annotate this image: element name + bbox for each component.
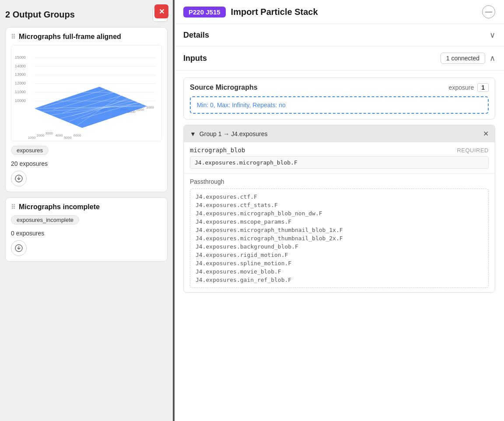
card-2-count: 0 exposures (11, 230, 162, 237)
download-icon-1 (15, 175, 23, 182)
svg-text:5000: 5000 (64, 136, 72, 140)
close-button[interactable]: ✕ (154, 4, 168, 18)
constraint-box: Min: 0, Max: Infinity, Repeats: no (190, 96, 489, 114)
passthrough-item: J4.exposures.gain_ref_blob.F (196, 276, 483, 284)
details-chevron: ∨ (490, 30, 495, 40)
inputs-section-header: Inputs 1 connected ∧ (175, 46, 504, 70)
svg-text:1000: 1000 (28, 136, 36, 140)
3d-chart: 15000 14000 13000 12000 11000 10000 1000… (11, 45, 162, 141)
group-header-left: ▼ Group 1 → J4.exposures (190, 130, 268, 137)
3d-chart-svg: 15000 14000 13000 12000 11000 10000 1000… (11, 46, 161, 141)
job-title: Import Particle Stack (231, 7, 477, 17)
minimize-button[interactable]: — (482, 5, 495, 18)
required-badge: REQUIRED (457, 147, 489, 154)
left-panel: ✕ 2 Output Groups ⠿ Micrographs full-fra… (0, 0, 173, 421)
card-2-tag: exposures_incomplete (11, 215, 79, 225)
source-micrographs-section: Source Micrographs exposure 1 Min: 0, Ma… (183, 77, 495, 119)
group-collapse-icon[interactable]: ▼ (190, 130, 196, 137)
source-header: Source Micrographs exposure 1 (190, 83, 489, 92)
svg-text:15000: 15000 (15, 55, 26, 60)
source-title: Source Micrographs (190, 84, 258, 91)
download-icon-2 (15, 244, 23, 252)
passthrough-item: J4.exposures.micrograph_thumbnail_blob_1… (196, 226, 483, 234)
group-label: Group 1 → J4.exposures (200, 130, 268, 137)
svg-text:13000: 13000 (15, 72, 26, 77)
card-1-title: ⠿ Micrographs full-frame aligned (11, 33, 162, 41)
output-card-2: ⠿ Micrographs incomplete exposures_incom… (5, 197, 168, 262)
svg-text:14000: 14000 (15, 64, 26, 68)
job-badge: P220 J515 (183, 7, 226, 18)
passthrough-item: J4.exposures.micrograph_thumbnail_blob_2… (196, 234, 483, 242)
passthrough-title: Passthrough (190, 178, 489, 185)
svg-text:3000: 3000 (45, 131, 53, 135)
group-section: ▼ Group 1 → J4.exposures ✕ micrograph_bl… (183, 125, 495, 293)
svg-text:11000: 11000 (15, 90, 26, 94)
svg-text:12000: 12000 (15, 81, 26, 85)
passthrough-item: J4.exposures.rigid_motion.F (196, 251, 483, 259)
exposure-badge: exposure 1 (449, 83, 489, 92)
svg-text:10000: 10000 (15, 98, 26, 103)
inputs-title: Inputs (183, 54, 207, 63)
svg-text:6000: 6000 (74, 133, 81, 137)
download-button-1[interactable] (11, 171, 27, 186)
passthrough-item: J4.exposures.micrograph_blob_non_dw.F (196, 209, 483, 218)
output-card-1: ⠿ Micrographs full-frame aligned 15000 1… (5, 27, 168, 192)
details-title: Details (183, 31, 209, 40)
field-name: micrograph_blob (190, 147, 245, 154)
inputs-content: Source Micrographs exposure 1 Min: 0, Ma… (175, 70, 504, 300)
card-2-title: ⠿ Micrographs incomplete (11, 203, 162, 211)
field-name-row: micrograph_blob REQUIRED (190, 147, 489, 154)
drag-handle-2[interactable]: ⠿ (11, 203, 15, 210)
group-close-button[interactable]: ✕ (483, 130, 489, 138)
svg-text:1000: 1000 (146, 105, 154, 109)
right-content: Details ∨ Inputs 1 connected ∧ Source Mi… (175, 24, 504, 421)
svg-text:2000: 2000 (37, 133, 45, 137)
passthrough-item: J4.exposures.mscope_params.F (196, 218, 483, 226)
details-section-header[interactable]: Details ∨ (175, 24, 504, 46)
field-value[interactable]: J4.exposures.micrograph_blob.F (190, 156, 489, 169)
right-panel: P220 J515 Import Particle Stack — Detail… (175, 0, 504, 421)
passthrough-item: J4.exposures.ctf.F (196, 193, 483, 201)
download-button-2[interactable] (11, 240, 27, 256)
card-1-count: 20 exposures (11, 160, 162, 167)
passthrough-item: J4.exposures.background_blob.F (196, 242, 483, 251)
passthrough-item: J4.exposures.ctf_stats.F (196, 201, 483, 209)
passthrough-item: J4.exposures.spline_motion.F (196, 259, 483, 267)
group-header: ▼ Group 1 → J4.exposures ✕ (184, 125, 495, 142)
passthrough-section: Passthrough J4.exposures.ctf.FJ4.exposur… (184, 174, 495, 292)
passthrough-item: J4.exposures.movie_blob.F (196, 267, 483, 276)
drag-handle-1[interactable]: ⠿ (11, 33, 15, 40)
field-row-micrograph: micrograph_blob REQUIRED J4.exposures.mi… (184, 142, 495, 174)
connected-badge: 1 connected (441, 53, 485, 64)
svg-text:4000: 4000 (55, 133, 63, 137)
output-groups-header: 2 Output Groups (5, 7, 168, 22)
exposure-num: 1 (477, 83, 489, 92)
output-groups-title: 2 Output Groups (5, 10, 75, 20)
inputs-chevron: ∧ (490, 53, 495, 63)
right-header: P220 J515 Import Particle Stack — (175, 0, 504, 24)
passthrough-list: J4.exposures.ctf.FJ4.exposures.ctf_stats… (190, 189, 489, 288)
card-1-tag: exposures (11, 146, 49, 155)
